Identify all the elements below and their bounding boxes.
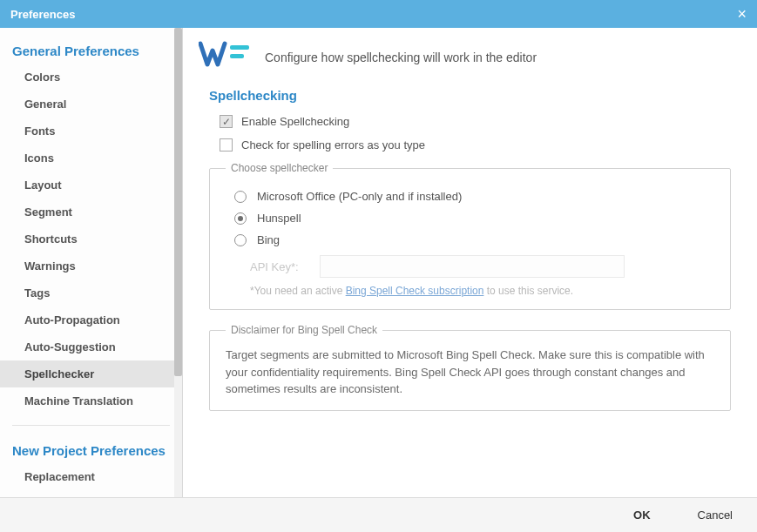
sidebar-item-translation-memory[interactable]: Translation Memory (0, 490, 182, 497)
enable-spellchecking-row: Enable Spellchecking (220, 115, 731, 128)
api-key-input[interactable] (320, 255, 625, 278)
api-key-row: API Key*: (250, 255, 714, 278)
radio-row-hunspell: Hunspell (234, 212, 714, 225)
panel-title: Spellchecking (209, 88, 731, 103)
sidebar-item-tags[interactable]: Tags (0, 279, 182, 306)
sidebar-item-warnings[interactable]: Warnings (0, 253, 182, 279)
radio-hunspell-label: Hunspell (257, 212, 301, 225)
sidebar-item-colors[interactable]: Colors (0, 64, 182, 91)
enable-spellchecking-checkbox[interactable] (220, 115, 233, 128)
content-pane: Configure how spellchecking will work in… (183, 28, 757, 497)
dialog-footer: OK Cancel (0, 497, 757, 532)
window-title: Preferences (10, 8, 75, 21)
titlebar: Preferences × (0, 0, 757, 28)
live-check-label: Check for spelling errors as you type (241, 138, 425, 152)
ok-button[interactable]: OK (625, 503, 659, 527)
radio-row-bing: Bing (234, 233, 714, 246)
sidebar-item-shortcuts[interactable]: Shortcuts (0, 226, 182, 253)
radio-row-msoffice: Microsoft Office (PC-only and if install… (234, 190, 714, 203)
content-header: Configure how spellchecking will work in… (183, 28, 757, 83)
app-logo-icon (199, 38, 253, 76)
close-icon[interactable]: × (737, 5, 747, 24)
sidebar-item-general[interactable]: General (0, 91, 182, 118)
content-header-text: Configure how spellchecking will work in… (265, 51, 537, 64)
sidebar-item-machine-translation[interactable]: Machine Translation (0, 387, 182, 414)
radio-msoffice-label: Microsoft Office (PC-only and if install… (257, 190, 462, 203)
bing-disclaimer-text: Target segments are submitted to Microso… (226, 347, 714, 398)
svg-rect-0 (230, 45, 249, 50)
sidebar-item-auto-propagation[interactable]: Auto-Propagation (0, 306, 182, 333)
bing-subscription-link[interactable]: Bing Spell Check subscription (346, 285, 484, 297)
sidebar: General Preferences Colors General Fonts… (0, 28, 183, 497)
api-note-prefix: *You need an active (250, 285, 346, 297)
sidebar-divider (12, 425, 170, 426)
radio-bing[interactable] (234, 234, 247, 246)
sidebar-scroll-thumb[interactable] (174, 28, 182, 376)
bing-disclaimer-legend: Disclaimer for Bing Spell Check (226, 324, 382, 336)
cancel-button[interactable]: Cancel (689, 503, 741, 527)
sidebar-section-general: General Preferences (0, 37, 182, 64)
bing-disclaimer-group: Disclaimer for Bing Spell Check Target s… (209, 324, 731, 411)
sidebar-item-icons[interactable]: Icons (0, 145, 182, 172)
sidebar-section-newproject: New Project Preferences (0, 436, 182, 463)
api-key-label: API Key*: (250, 260, 320, 273)
radio-hunspell[interactable] (234, 212, 247, 225)
sidebar-scrollbar[interactable] (174, 28, 182, 497)
sidebar-item-spellchecker[interactable]: Spellchecker (0, 360, 182, 387)
sidebar-item-replacement[interactable]: Replacement (0, 463, 182, 490)
sidebar-item-layout[interactable]: Layout (0, 172, 182, 199)
svg-rect-1 (230, 54, 244, 58)
api-key-note: *You need an active Bing Spell Check sub… (250, 285, 714, 297)
radio-msoffice[interactable] (234, 191, 247, 203)
sidebar-item-segment[interactable]: Segment (0, 199, 182, 226)
live-check-checkbox[interactable] (220, 138, 233, 152)
radio-bing-label: Bing (257, 233, 280, 246)
live-check-row: Check for spelling errors as you type (220, 138, 731, 152)
api-note-suffix: to use this service. (483, 285, 573, 297)
choose-spellchecker-legend: Choose spellchecker (226, 162, 333, 174)
choose-spellchecker-group: Choose spellchecker Microsoft Office (PC… (209, 162, 731, 310)
sidebar-item-auto-suggestion[interactable]: Auto-Suggestion (0, 333, 182, 360)
enable-spellchecking-label: Enable Spellchecking (241, 115, 349, 128)
sidebar-item-fonts[interactable]: Fonts (0, 118, 182, 145)
dialog-body: General Preferences Colors General Fonts… (0, 28, 757, 497)
